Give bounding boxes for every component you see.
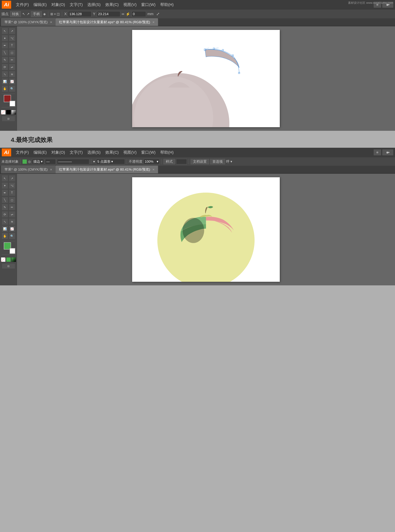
screen-mode-btn-2[interactable]: ⊟ [2, 263, 15, 269]
prefs-btn[interactable]: 首选项 [210, 159, 225, 164]
column-graph-tool[interactable]: 📈 [9, 78, 15, 85]
pencil-tool[interactable]: ✏ [9, 56, 15, 63]
pencil-tool-2[interactable]: ✏ [9, 204, 15, 211]
zoom-tool-2[interactable]: 🔍 [9, 233, 15, 239]
color-gradient[interactable] [11, 110, 16, 115]
paintbrush-tool[interactable]: ✎ [2, 56, 8, 63]
lasso-tool[interactable]: ⌥ [9, 35, 15, 41]
direct-select-tool-2[interactable]: ↗ [9, 175, 15, 182]
menu-text-2[interactable]: 文字(T) [68, 149, 84, 156]
warp-tool-2[interactable]: ≋ [9, 218, 15, 225]
pen-tool[interactable]: ✒ [2, 42, 8, 49]
menu-effect-1[interactable]: 效果(C) [104, 1, 121, 8]
menu-help-2[interactable]: 帮助(H) [159, 149, 176, 156]
color-gradient-2[interactable] [11, 257, 16, 262]
rect-tool[interactable]: ◻ [9, 49, 15, 56]
x-input[interactable] [68, 11, 92, 17]
column-graph-tool-2[interactable]: 📈 [9, 226, 15, 232]
hand-tool[interactable]: ✋ [2, 85, 8, 92]
canvas-doc-2 [132, 177, 280, 282]
doc-settings-btn[interactable]: 文档设置 [191, 159, 209, 164]
convert-btn[interactable]: 转换 [10, 11, 21, 17]
more-btn[interactable]: 呼 ▾ [226, 159, 232, 164]
color-none-2[interactable] [1, 257, 5, 262]
anchor-icon: ◈ [43, 12, 46, 16]
menu-select-1[interactable]: 选择(S) [86, 1, 102, 8]
stroke-color-swatch-2[interactable] [10, 248, 15, 254]
menu-view-2[interactable]: 视图(V) [121, 149, 138, 156]
warp-tool[interactable]: ≋ [9, 71, 15, 78]
menu-object-1[interactable]: 对象(O) [49, 1, 67, 8]
paintbrush-tool-2[interactable]: ✎ [2, 204, 8, 211]
handle-btn[interactable]: 手柄 [31, 11, 42, 17]
y-input[interactable] [97, 11, 120, 17]
color-black-2[interactable] [6, 257, 11, 262]
lasso-tool-2[interactable]: ⌥ [9, 182, 15, 189]
scale-tool[interactable]: ⤡ [2, 71, 8, 78]
select-tool-2[interactable]: ↖ [2, 175, 8, 182]
ai-logo-2: Ai [2, 149, 11, 156]
mirror-tool[interactable]: ⇌ [9, 64, 15, 70]
menu-window-1[interactable]: 窗口(W) [139, 1, 157, 8]
arrange-btn-2[interactable]: ▦▾ [382, 150, 393, 155]
color-black[interactable] [6, 110, 11, 115]
toolbar-bar-2: 未选择对象 ◎ 描边 ▾ — ———— ● 5 点圆形 ▾ 不透明度 100% … [0, 157, 395, 166]
tab-2-eps-close[interactable]: ✕ [152, 168, 155, 171]
magic-wand-tool-2[interactable]: ✦ [2, 182, 8, 189]
stroke-dropdown[interactable]: 描边 ▾ [32, 159, 44, 164]
direct-select-tool[interactable]: ↗ [9, 28, 15, 34]
tab-2-eps[interactable]: 红苹果与果汁包装设计矢量素材.eps* @ 80.41% (RGB/预览) ✕ [56, 166, 158, 173]
rect-tool-2[interactable]: ◻ [9, 197, 15, 203]
stroke-color-swatch[interactable] [10, 101, 15, 106]
unit-input[interactable] [132, 11, 146, 17]
menu-object-2[interactable]: 对象(O) [49, 149, 67, 156]
section-separator: 4.最终完成效果 [0, 131, 395, 148]
tab-1-eps-close[interactable]: ✕ [152, 21, 155, 24]
menu-file-1[interactable]: 文件(F) [14, 1, 31, 8]
stroke-style-field[interactable]: ———— [57, 159, 89, 164]
graph-tool[interactable]: 📊 [2, 78, 8, 85]
magic-wand-tool[interactable]: ✦ [2, 35, 8, 41]
rotate-tool-2[interactable]: ⟳ [2, 211, 8, 218]
tab-1-close[interactable]: ✕ [50, 21, 52, 24]
workspace-icon-2[interactable]: ⊟ [374, 150, 381, 155]
shape-label: 5 点圆形 [97, 159, 110, 164]
opacity-input[interactable]: 100% ▾ [143, 159, 160, 164]
tab-2-apple[interactable]: 苹果* @ 100% (CMYK/预览) ✕ [1, 166, 56, 173]
menu-text-1[interactable]: 文字(T) [68, 1, 84, 8]
tab-1-apple[interactable]: 苹果* @ 100% (CMYK/预览) ✕ [1, 18, 56, 26]
type-tool[interactable]: T [9, 42, 15, 49]
shape-dropdown[interactable]: 5 点圆形 ▾ [96, 159, 125, 164]
tool-row-6: ⟳ ⇌ [2, 64, 15, 70]
rotate-tool[interactable]: ⟳ [2, 64, 8, 70]
graph-tool-2[interactable]: 📊 [2, 226, 8, 232]
menu-file-2[interactable]: 文件(F) [14, 149, 31, 156]
mirror-tool-2[interactable]: ⇌ [9, 211, 15, 218]
tab-1-label: 苹果* @ 100% (CMYK/预览) [5, 20, 48, 24]
select-tool[interactable]: ↖ [2, 28, 8, 34]
menu-edit-2[interactable]: 编辑(E) [32, 149, 49, 156]
screen-mode-btn[interactable]: ⊟ [2, 116, 15, 122]
menu-view-1[interactable]: 视图(V) [121, 1, 138, 8]
tab-1-eps[interactable]: 红苹果与果汁包装设计矢量素材.eps* @ 80.41% (RGB/预览) ✕ [56, 18, 158, 26]
menu-help-1[interactable]: 帮助(H) [159, 1, 176, 8]
line-tool-2[interactable]: ╲ [2, 197, 8, 203]
scale-tool-2[interactable]: ⤡ [2, 218, 8, 225]
menu-window-2[interactable]: 窗口(W) [139, 149, 157, 156]
color-none[interactable] [1, 110, 5, 115]
menu-edit-1[interactable]: 编辑(E) [32, 1, 49, 8]
section-title: 4.最终完成效果 [11, 136, 53, 143]
type-tool-2[interactable]: T [9, 189, 15, 196]
menu-effect-2[interactable]: 效果(C) [104, 149, 121, 156]
zoom-tool[interactable]: 🔍 [9, 85, 15, 92]
stroke-weight-field[interactable]: — [45, 159, 56, 164]
menu-select-2[interactable]: 选择(S) [86, 149, 102, 156]
style-btn[interactable]: 样式 [164, 159, 175, 164]
tool-row-2-7: ⤡ ≋ [2, 218, 15, 225]
hand-tool-2[interactable]: ✋ [2, 233, 8, 239]
tab-2-close[interactable]: ✕ [50, 168, 52, 171]
fill-green-swatch[interactable] [22, 159, 27, 164]
style-dropdown[interactable] [176, 159, 187, 164]
pen-tool-2[interactable]: ✒ [2, 189, 8, 196]
line-tool[interactable]: ╲ [2, 49, 8, 56]
